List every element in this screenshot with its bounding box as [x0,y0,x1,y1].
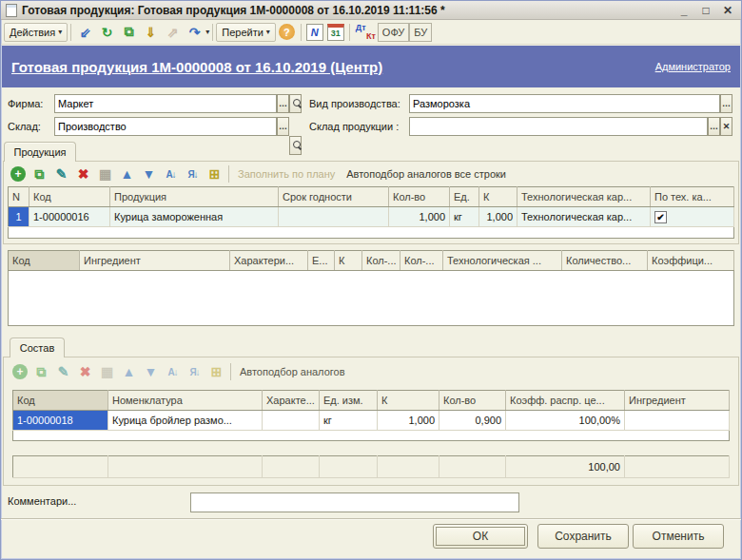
comment-field[interactable] [190,492,519,512]
delete-row-icon[interactable]: ✖ [73,165,93,183]
unpost-document-icon[interactable]: ⇗ [163,23,183,41]
close-button[interactable]: ✕ [719,3,736,18]
col-characteristic[interactable]: Характери... [230,251,308,271]
save-button[interactable]: Сохранить [537,524,629,549]
move-up-icon[interactable]: ▲ [119,363,139,381]
actions-menu-button[interactable]: Действия ▾ [4,23,68,42]
col-ingredient[interactable]: Ингредиент [80,251,230,271]
product-warehouse-select-button[interactable]: … [708,117,720,136]
cell-unit[interactable]: кг [450,207,479,227]
cell-row-number[interactable]: 1 [9,207,29,227]
maximize-button[interactable]: □ [697,3,714,18]
product-warehouse-field[interactable] [409,117,708,136]
col-product[interactable]: Продукция [110,187,279,207]
user-link[interactable]: Администратор [655,61,731,72]
col-code[interactable]: Код [13,391,108,411]
sort-asc-icon[interactable]: А↓ [163,363,183,381]
col-by-tech[interactable]: По тех. ка... [651,187,734,207]
col-unit[interactable]: Е... [308,251,335,271]
col-qty-1[interactable]: Кол-... [362,251,400,271]
firm-search-icon[interactable] [289,94,302,113]
production-type-field[interactable] [409,94,720,113]
product-warehouse-clear-icon[interactable]: ✕ [720,117,732,136]
cell-ingredient[interactable] [625,411,730,431]
autoselect-analogs-all-button[interactable]: Автоподбор аналогов все строки [346,168,506,180]
cell-k[interactable]: 1,000 [479,207,517,227]
firm-field[interactable] [54,94,277,113]
tab-composition[interactable]: Состав [10,338,65,357]
production-type-select-button[interactable]: … [720,94,732,113]
refresh-icon[interactable]: ↻ [97,23,117,41]
create-based-on-icon[interactable]: ↷ [185,23,205,41]
copy-document-icon[interactable]: ⧉ [119,23,139,41]
warehouse-search-icon[interactable] [289,136,302,155]
bu-toggle-button[interactable]: БУ [409,23,432,42]
col-qty-2[interactable]: Кол-... [400,251,443,271]
col-code[interactable]: Код [29,187,110,207]
col-coef-distribution[interactable]: Коэфф. распр. це... [506,391,625,411]
col-code[interactable]: Код [9,251,80,271]
post-and-close-icon[interactable]: ⇙ [75,23,95,41]
goto-menu-button[interactable]: Перейти ▾ [216,23,276,42]
end-edit-icon[interactable]: ▦ [95,165,115,183]
chevron-down-icon[interactable]: ▾ [205,28,209,36]
ok-button[interactable]: ОК [433,524,528,549]
ofu-toggle-button[interactable]: ОФУ [378,23,409,42]
move-down-icon[interactable]: ▼ [139,165,159,183]
move-down-icon[interactable]: ▼ [141,363,161,381]
help-icon[interactable]: ? [279,24,295,40]
col-nomenclature[interactable]: Номенклатура [108,391,263,411]
end-edit-icon[interactable]: ▦ [97,363,117,381]
add-row-icon[interactable]: + [12,364,28,379]
cell-coef[interactable]: 100,00% [506,411,625,431]
cell-shelf-life[interactable] [279,207,389,227]
autoselect-analogs-button[interactable]: Автоподбор аналогов [240,366,345,377]
minimize-button[interactable]: _ [675,3,693,18]
col-qty[interactable]: Кол-во [389,187,450,207]
by-tech-checkbox[interactable]: ✔ [654,211,667,223]
col-n[interactable]: N [9,187,29,207]
col-k[interactable]: К [378,391,439,411]
cell-characteristic[interactable] [263,411,320,431]
cell-code[interactable]: 1-00000018 [13,411,108,431]
cell-k[interactable]: 1,000 [378,411,439,431]
col-tech-card[interactable]: Технологическая кар... [517,187,651,207]
warehouse-select-button[interactable]: … [277,117,289,136]
selection-icon[interactable]: ⊞ [205,165,225,183]
col-characteristic[interactable]: Характе... [263,391,320,411]
cell-code[interactable]: 1-00000016 [29,207,110,227]
selection-icon[interactable]: ⊞ [206,363,226,381]
col-k[interactable]: К [479,187,517,207]
col-k[interactable]: К [335,251,362,271]
cell-qty[interactable]: 0,900 [439,411,506,431]
cell-qty[interactable]: 1,000 [389,207,450,227]
dt-kt-postings-icon[interactable]: Дт Кт [355,23,376,41]
col-shelf-life[interactable]: Срок годности [279,187,389,207]
edit-row-icon[interactable]: ✎ [53,363,73,381]
delete-row-icon[interactable]: ✖ [75,363,95,381]
cancel-button[interactable]: Отменить [633,524,724,549]
col-ingredient[interactable]: Ингредиент [625,391,730,411]
calendar-icon[interactable]: 31 [327,24,344,41]
warehouse-field[interactable] [54,117,277,136]
cell-unit[interactable]: кг [320,411,378,431]
sort-desc-icon[interactable]: Я↓ [185,363,205,381]
col-quantity[interactable]: Количество... [562,251,648,271]
copy-row-icon[interactable]: ⧉ [29,165,49,183]
firm-select-button[interactable]: … [277,94,289,113]
move-up-icon[interactable]: ▲ [117,165,137,183]
sort-asc-icon[interactable]: А↓ [161,165,181,183]
sort-desc-icon[interactable]: Я↓ [183,165,203,183]
col-coefficient[interactable]: Коэффици... [648,251,734,271]
tab-products[interactable]: Продукция [4,142,76,162]
copy-row-icon[interactable]: ⧉ [31,363,51,381]
cell-tech-card[interactable]: Технологическая кар... [517,207,651,227]
post-document-icon[interactable]: ⇓ [141,23,161,41]
add-row-icon[interactable]: + [10,166,26,182]
col-qty[interactable]: Кол-во [439,391,506,411]
edit-row-icon[interactable]: ✎ [51,165,71,183]
cell-product[interactable]: Курица замороженная [110,207,279,227]
col-unit[interactable]: Ед. изм. [320,391,378,411]
col-tech-card[interactable]: Технологическая ... [443,251,562,271]
document-number-icon[interactable]: N [306,24,323,41]
